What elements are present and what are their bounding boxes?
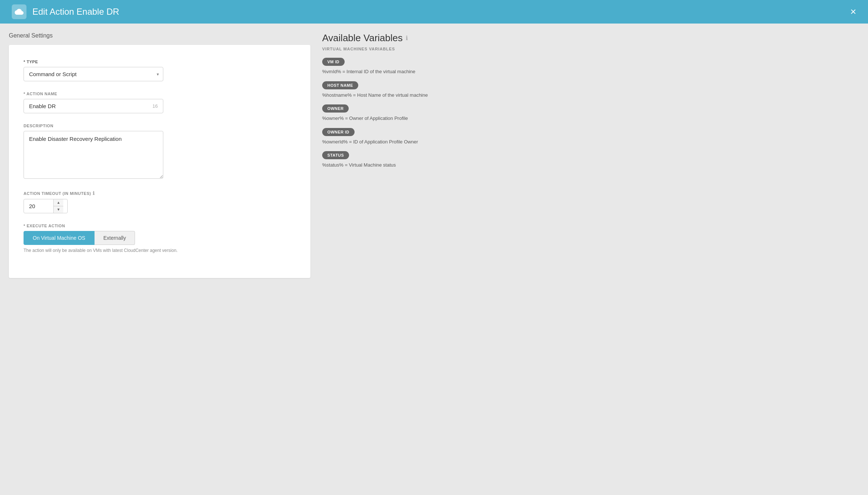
owner-id-badge: OWNER ID	[322, 128, 355, 136]
action-name-input-wrapper: 16	[24, 99, 163, 113]
var-item-owner: OWNER %owner% = Owner of Application Pro…	[322, 104, 435, 122]
spinner-buttons: ▲ ▼	[53, 199, 63, 213]
section-title: General Settings	[9, 32, 310, 39]
header-left: Edit Action Enable DR	[12, 4, 119, 19]
timeout-input[interactable]	[24, 199, 53, 213]
status-desc: %status% = Virtual Machine status	[322, 161, 435, 169]
type-select-wrapper: Command or Script HTTP PowerShell Bash ▾	[24, 67, 163, 81]
type-select[interactable]: Command or Script HTTP PowerShell Bash	[24, 67, 163, 81]
var-item-owner-id: OWNER ID %ownerId% = ID of Application P…	[322, 128, 435, 146]
execute-action-buttons: On Virtual Machine OS Externally	[24, 231, 296, 245]
vm-vars-label: VIRTUAL MACHINES VARIABLES	[322, 47, 435, 51]
vm-id-desc: %vmId% = Internal ID of the virtual mach…	[322, 68, 435, 75]
variable-list: VM ID %vmId% = Internal ID of the virtua…	[322, 58, 435, 169]
char-count: 16	[153, 103, 158, 109]
action-name-field-group: * ACTION NAME 16	[24, 92, 296, 113]
owner-id-desc: %ownerId% = ID of Application Profile Ow…	[322, 138, 435, 146]
close-button[interactable]: ×	[850, 7, 856, 17]
execute-action-label: * EXECUTE ACTION	[24, 224, 296, 228]
available-variables-info-icon: ℹ	[406, 35, 408, 42]
available-variables-title: Available Variables ℹ	[322, 32, 435, 44]
spinner-up-button[interactable]: ▲	[54, 199, 63, 206]
type-field-group: * TYPE Command or Script HTTP PowerShell…	[24, 60, 296, 81]
variables-sidebar: Available Variables ℹ VIRTUAL MACHINES V…	[310, 32, 435, 486]
description-field-group: DESCRIPTION Enable Disaster Recovery Rep…	[24, 124, 296, 180]
action-name-input[interactable]	[29, 103, 153, 109]
var-item-status: STATUS %status% = Virtual Machine status	[322, 151, 435, 169]
timeout-label: ACTION TIMEOUT (IN MINUTES) ℹ	[24, 190, 296, 196]
form-card: * TYPE Command or Script HTTP PowerShell…	[9, 45, 310, 278]
externally-button[interactable]: Externally	[95, 231, 135, 245]
timeout-field-group: ACTION TIMEOUT (IN MINUTES) ℹ ▲ ▼	[24, 190, 296, 213]
var-item-hostname: HOST NAME %hostname% = Host Name of the …	[322, 81, 435, 99]
owner-badge: OWNER	[322, 104, 349, 113]
owner-desc: %owner% = Owner of Application Profile	[322, 115, 435, 122]
host-name-badge: HOST NAME	[322, 81, 358, 89]
cloud-action-icon	[12, 4, 26, 19]
type-label: * TYPE	[24, 60, 296, 64]
main-panel: General Settings * TYPE Command or Scrip…	[9, 32, 310, 486]
info-icon: ℹ	[93, 190, 95, 196]
execute-action-field-group: * EXECUTE ACTION On Virtual Machine OS E…	[24, 224, 296, 253]
dialog-title: Edit Action Enable DR	[32, 7, 119, 17]
action-name-label: * ACTION NAME	[24, 92, 296, 96]
status-badge: STATUS	[322, 151, 349, 159]
host-name-desc: %hostname% = Host Name of the virtual ma…	[322, 92, 435, 99]
spinner-down-button[interactable]: ▼	[54, 206, 63, 213]
execute-helper-text: The action will only be available on VMs…	[24, 248, 296, 253]
dialog-header: Edit Action Enable DR ×	[0, 0, 868, 24]
var-item-vmid: VM ID %vmId% = Internal ID of the virtua…	[322, 58, 435, 75]
description-input[interactable]: Enable Disaster Recovery Replication	[24, 131, 163, 179]
description-label: DESCRIPTION	[24, 124, 296, 128]
content-area: General Settings * TYPE Command or Scrip…	[0, 24, 868, 495]
timeout-input-wrapper: ▲ ▼	[24, 199, 68, 213]
vm-id-badge: VM ID	[322, 58, 345, 66]
on-vm-os-button[interactable]: On Virtual Machine OS	[24, 231, 95, 245]
